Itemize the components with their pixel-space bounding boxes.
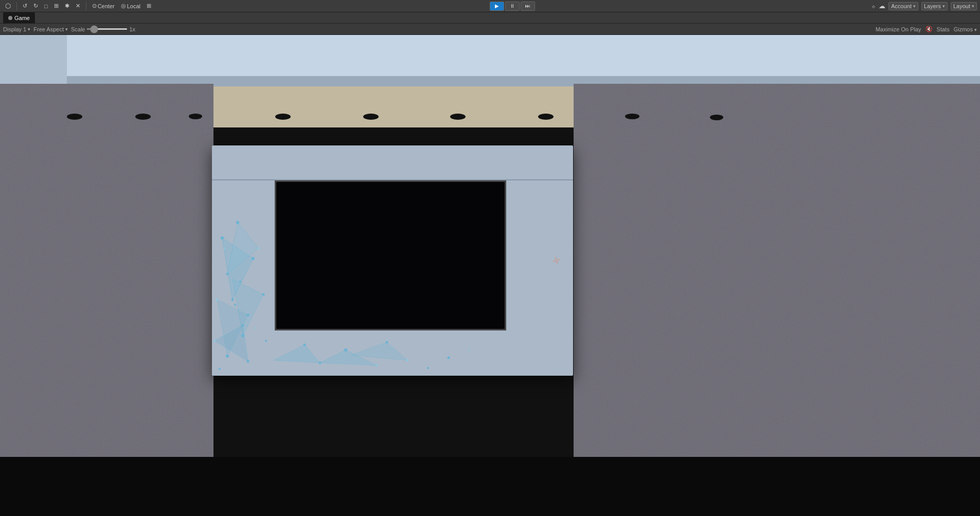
- light-4: [275, 114, 291, 120]
- layout-dropdown[interactable]: Layout ▾: [951, 2, 977, 10]
- svg-point-32: [406, 359, 408, 361]
- ceiling-main: [67, 35, 980, 76]
- svg-point-9: [241, 334, 244, 337]
- unity-icon: ⬡: [5, 2, 11, 10]
- svg-point-13: [236, 221, 239, 224]
- svg-point-22: [265, 340, 267, 342]
- left-wall: [0, 84, 213, 457]
- light-8: [625, 114, 639, 119]
- svg-point-28: [319, 362, 322, 364]
- svg-point-30: [376, 364, 378, 366]
- svg-point-34: [448, 357, 450, 359]
- mute-icon: 🔇: [925, 26, 933, 32]
- pause-button[interactable]: ⏸: [505, 2, 520, 11]
- stats-button[interactable]: Stats: [937, 26, 950, 32]
- settings-button[interactable]: ✱: [63, 1, 72, 11]
- grid-button[interactable]: ⊞: [52, 1, 61, 11]
- svg-point-18: [247, 360, 250, 363]
- display-selector[interactable]: Display 1 ▾: [3, 26, 30, 32]
- svg-point-8: [262, 293, 265, 296]
- aspect-selector[interactable]: Free Aspect ▾: [33, 26, 68, 32]
- redo-button[interactable]: ↻: [31, 1, 40, 11]
- play-controls: ▶ ⏸ ⏭: [490, 2, 535, 11]
- scale-text: Scale: [71, 26, 85, 32]
- game-viewport[interactable]: ✛: [0, 35, 980, 516]
- svg-point-20: [255, 327, 257, 329]
- svg-point-23: [224, 248, 226, 249]
- floor-bottom: [0, 457, 980, 516]
- right-wall-noise: [574, 84, 980, 457]
- main-toolbar: ⬡ ↺ ↻ □ ⊞ ✱ ✕ ⊙ Center ◎ Local ⊞ ▶ ⏸ ⏭ ⬦…: [0, 0, 980, 12]
- play-button[interactable]: ▶: [490, 2, 504, 11]
- unity-logo-button[interactable]: ⬡: [3, 1, 13, 11]
- layers-dropdown[interactable]: Layers ▾: [921, 2, 948, 10]
- layers-label: Layers: [924, 3, 941, 9]
- snap-button[interactable]: ⊞: [145, 1, 153, 11]
- account-label: Account: [891, 3, 912, 9]
- toolbar-divider-2: [86, 2, 86, 10]
- toolbar-right: ⬦ ☁ Account ▾ Layers ▾ Layout ▾: [871, 2, 977, 10]
- left-wall-noise: [0, 84, 213, 457]
- maximize-label: Maximize On Play: [876, 26, 921, 32]
- svg-point-33: [427, 367, 429, 369]
- light-6: [450, 114, 466, 120]
- monitor-screen: [275, 180, 506, 330]
- game-tab[interactable]: Game: [3, 12, 35, 23]
- svg-point-12: [226, 355, 229, 358]
- center-label: Center: [98, 3, 115, 9]
- mute-button[interactable]: 🔇: [925, 26, 933, 32]
- svg-point-16: [213, 340, 216, 342]
- display-label: Display 1: [3, 26, 26, 32]
- scale-value: 1x: [129, 26, 135, 32]
- maximize-button[interactable]: Maximize On Play: [876, 26, 921, 32]
- svg-point-15: [226, 273, 229, 275]
- local-button[interactable]: ◎ Local: [119, 1, 142, 11]
- svg-point-35: [469, 349, 470, 351]
- tab-dot: [8, 16, 12, 20]
- game-tab-label: Game: [14, 15, 30, 21]
- aspect-label: Free Aspect: [33, 26, 64, 32]
- svg-point-6: [252, 257, 255, 260]
- aspect-chevron: ▾: [65, 27, 68, 32]
- rect-tool-button[interactable]: □: [42, 1, 50, 11]
- light-7: [538, 114, 554, 120]
- deco-bottom-strip: [274, 335, 572, 376]
- account-chevron: ▾: [913, 4, 916, 9]
- svg-point-19: [234, 304, 236, 306]
- center-icon: ⊙: [92, 3, 97, 9]
- stats-label: Stats: [937, 26, 950, 32]
- step-button[interactable]: ⏭: [521, 2, 535, 11]
- layers-chevron: ▾: [942, 4, 945, 9]
- svg-point-31: [386, 341, 388, 344]
- svg-point-21: [219, 368, 221, 370]
- display-chevron: ▾: [28, 27, 30, 32]
- right-wall: [574, 84, 980, 457]
- close-tool-button[interactable]: ✕: [74, 1, 82, 11]
- center-button[interactable]: ⊙ Center: [90, 1, 117, 11]
- svg-point-24: [239, 281, 241, 283]
- undo-button[interactable]: ↺: [21, 1, 29, 11]
- light-3: [189, 114, 202, 119]
- svg-point-11: [247, 314, 250, 317]
- cloud-icon: ☁: [879, 2, 885, 10]
- tab-bar: Game: [0, 12, 980, 24]
- svg-point-10: [216, 299, 218, 301]
- local-label: Local: [127, 3, 140, 9]
- svg-point-29: [344, 348, 347, 352]
- local-icon: ◎: [121, 3, 126, 9]
- light-2: [135, 114, 151, 120]
- svg-point-7: [231, 299, 234, 301]
- light-1: [67, 114, 82, 120]
- monitor-frame: [212, 145, 573, 376]
- gizmos-chevron: ▾: [974, 27, 977, 32]
- layout-chevron: ▾: [972, 4, 974, 9]
- scale-slider[interactable]: [86, 28, 128, 30]
- scale-control: Scale 1x: [71, 26, 135, 32]
- gizmos-label: Gizmos: [954, 26, 973, 32]
- monitor-top-bezel: [212, 145, 573, 180]
- account-dropdown[interactable]: Account ▾: [888, 2, 918, 10]
- svg-point-27: [304, 344, 306, 346]
- collab-icon: ⬦: [871, 2, 876, 10]
- gizmos-button[interactable]: Gizmos ▾: [954, 26, 977, 32]
- svg-point-14: [257, 247, 259, 249]
